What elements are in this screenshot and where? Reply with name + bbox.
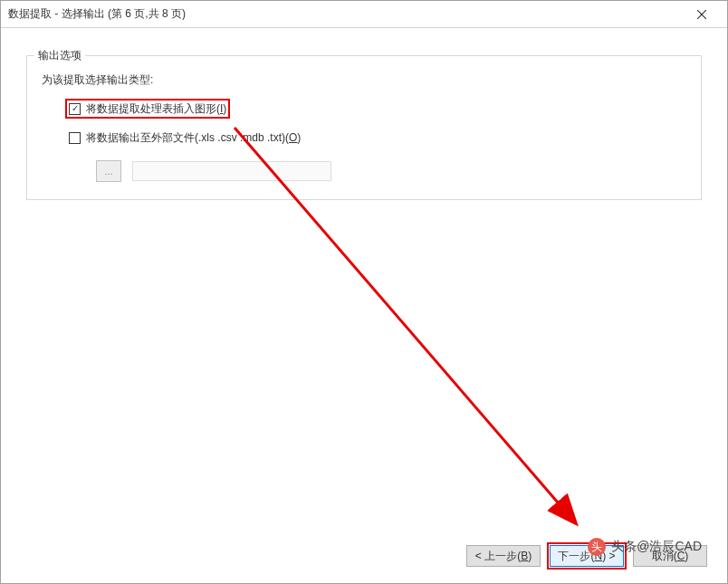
- content-area: 输出选项 为该提取选择输出类型: 将数据提取处理表插入图形(I) 将数据输出至外…: [1, 28, 727, 200]
- close-button[interactable]: [684, 2, 720, 27]
- insert-table-checkbox-row[interactable]: 将数据提取处理表插入图形(I): [65, 99, 230, 119]
- back-button[interactable]: < 上一步(B): [466, 545, 541, 567]
- browse-button[interactable]: …: [96, 160, 121, 182]
- close-icon: [697, 10, 706, 19]
- export-file-checkbox[interactable]: [69, 132, 81, 144]
- titlebar: 数据提取 - 选择输出 (第 6 页,共 8 页): [1, 1, 727, 28]
- watermark-icon: 头: [588, 538, 606, 556]
- fieldset-legend: 输出选项: [34, 48, 85, 63]
- watermark-text: 头条@浩辰CAD: [611, 539, 702, 555]
- watermark: 头 头条@浩辰CAD: [588, 538, 702, 556]
- section-label: 为该提取选择输出类型:: [42, 72, 686, 88]
- file-path-row: …: [96, 160, 686, 182]
- export-file-label: 将数据输出至外部文件(.xls .csv .mdb .txt)(O): [86, 130, 301, 146]
- dialog-window: 数据提取 - 选择输出 (第 6 页,共 8 页) 输出选项 为该提取选择输出类…: [0, 0, 728, 584]
- file-path-input[interactable]: [132, 161, 331, 181]
- titlebar-title: 数据提取 - 选择输出 (第 6 页,共 8 页): [8, 6, 684, 22]
- export-file-checkbox-row[interactable]: 将数据输出至外部文件(.xls .csv .mdb .txt)(O): [65, 128, 304, 148]
- insert-table-label: 将数据提取处理表插入图形(I): [86, 101, 226, 117]
- insert-table-checkbox[interactable]: [69, 103, 81, 115]
- output-options-fieldset: 输出选项 为该提取选择输出类型: 将数据提取处理表插入图形(I) 将数据输出至外…: [26, 55, 702, 200]
